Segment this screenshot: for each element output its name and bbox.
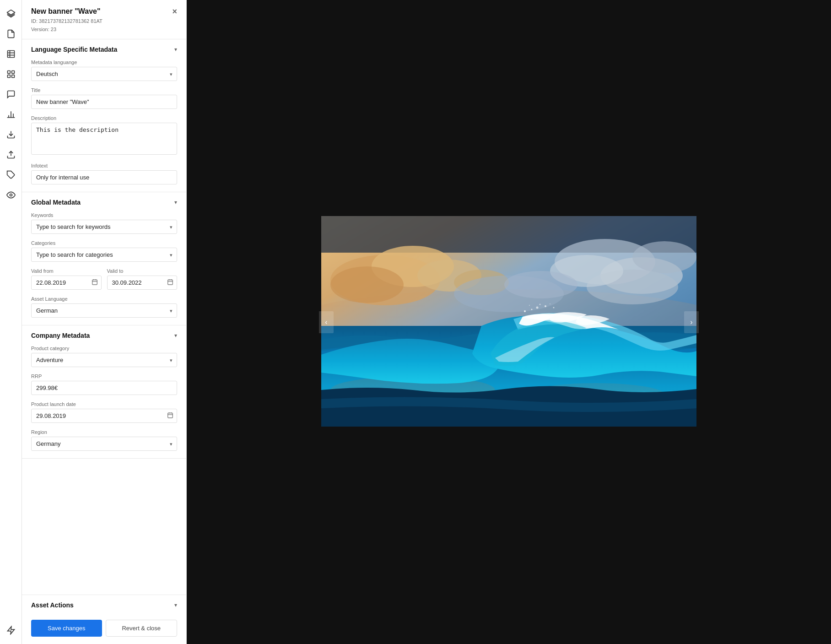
- company-metadata-body: Product category AdventureSportTravel ▾ …: [22, 346, 186, 458]
- svg-marker-17: [7, 627, 14, 634]
- global-metadata-toggle[interactable]: Global Metadata ▾: [22, 192, 186, 212]
- bolt-icon-button[interactable]: [3, 622, 19, 639]
- valid-from-field: Valid from: [31, 268, 102, 290]
- rrp-input[interactable]: [31, 381, 177, 395]
- valid-to-input[interactable]: [107, 276, 178, 290]
- panel-meta: ID: 382173782132781362 81AT Version: 23: [31, 17, 177, 33]
- categories-label: Categories: [31, 240, 177, 246]
- global-metadata-chevron: ▾: [174, 199, 177, 206]
- keywords-select[interactable]: Type to search for keywords: [31, 220, 177, 234]
- infotext-field: Infotext: [31, 163, 177, 184]
- language-metadata-section: Language Specific Metadata ▾ Metadata la…: [22, 39, 186, 192]
- title-input[interactable]: [31, 95, 177, 109]
- metadata-language-label: Metadata languange: [31, 60, 177, 65]
- description-field: Description This is the description: [31, 115, 177, 157]
- company-metadata-chevron: ▾: [174, 332, 177, 339]
- svg-point-49: [531, 308, 533, 310]
- svg-point-52: [553, 307, 555, 308]
- region-label: Region: [31, 429, 177, 435]
- product-launch-date-wrap: [31, 409, 177, 423]
- asset-version: Version: 23: [31, 27, 56, 32]
- side-panel: New banner "Wave" × ID: 3821737821327813…: [22, 0, 187, 644]
- metadata-language-select[interactable]: DeutschEnglishFrenchSpanish: [31, 67, 177, 81]
- categories-select-wrap: Type to search for categories ▾: [31, 248, 177, 262]
- rrp-field: RRP: [31, 373, 177, 395]
- svg-point-53: [529, 305, 530, 306]
- valid-to-label: Valid to: [107, 268, 178, 274]
- chart-icon-button[interactable]: [3, 106, 19, 123]
- asset-language-field: Asset Language GermanEnglishFrench ▾: [31, 296, 177, 318]
- language-metadata-body: Metadata languange DeutschEnglishFrenchS…: [22, 60, 186, 192]
- layers-icon-button[interactable]: [3, 5, 19, 22]
- keywords-select-wrap: Type to search for keywords ▾: [31, 220, 177, 234]
- eye-icon-button[interactable]: [3, 187, 19, 203]
- save-button[interactable]: Save changes: [31, 620, 102, 637]
- svg-point-51: [545, 305, 546, 307]
- valid-to-field: Valid to: [107, 268, 178, 296]
- svg-point-50: [536, 306, 539, 308]
- revert-button[interactable]: Revert & close: [106, 620, 178, 637]
- product-category-field: Product category AdventureSportTravel ▾: [31, 346, 177, 367]
- asset-id: ID: 382173782132781362 81AT: [31, 18, 103, 24]
- footer-buttons: Save changes Revert & close: [22, 615, 186, 644]
- metadata-language-field: Metadata languange DeutschEnglishFrenchS…: [31, 60, 177, 81]
- company-metadata-toggle[interactable]: Company Metadata ▾: [22, 325, 186, 346]
- categories-select[interactable]: Type to search for categories: [31, 248, 177, 262]
- svg-rect-6: [11, 71, 14, 74]
- valid-from-input[interactable]: [31, 276, 102, 290]
- panel-content: Language Specific Metadata ▾ Metadata la…: [22, 39, 186, 595]
- company-metadata-title: Company Metadata: [31, 332, 90, 339]
- svg-point-44: [504, 271, 577, 298]
- language-metadata-toggle[interactable]: Language Specific Metadata ▾: [22, 39, 186, 60]
- region-select-wrap: GermanyAustriaSwitzerland ▾: [31, 437, 177, 451]
- svg-rect-7: [7, 75, 10, 78]
- region-select[interactable]: GermanyAustriaSwitzerland: [31, 437, 177, 451]
- language-metadata-title: Language Specific Metadata: [31, 46, 117, 53]
- document-icon-button[interactable]: [3, 26, 19, 42]
- company-metadata-section: Company Metadata ▾ Product category Adve…: [22, 325, 186, 459]
- asset-actions-title: Asset Actions: [31, 601, 74, 609]
- global-metadata-title: Global Metadata: [31, 199, 81, 206]
- svg-point-40: [632, 241, 696, 273]
- product-category-select-wrap: AdventureSportTravel ▾: [31, 353, 177, 367]
- svg-point-35: [330, 266, 404, 303]
- keywords-field: Keywords Type to search for keywords ▾: [31, 212, 177, 234]
- asset-language-select[interactable]: GermanEnglishFrench: [31, 303, 177, 318]
- product-launch-date-input[interactable]: [31, 409, 177, 423]
- description-label: Description: [31, 115, 177, 121]
- asset-actions-toggle[interactable]: Asset Actions ▾: [22, 595, 186, 615]
- valid-dates-row: Valid from: [31, 268, 177, 296]
- panel-header: New banner "Wave" × ID: 3821737821327813…: [22, 0, 186, 39]
- next-arrow-button[interactable]: ›: [684, 311, 699, 333]
- svg-point-55: [550, 303, 550, 304]
- keywords-label: Keywords: [31, 212, 177, 218]
- download-icon-button[interactable]: [3, 126, 19, 143]
- main-content-area: ‹ ›: [187, 0, 831, 644]
- asset-actions-chevron: ▾: [174, 602, 177, 608]
- product-category-select[interactable]: AdventureSportTravel: [31, 353, 177, 367]
- svg-rect-5: [7, 71, 10, 74]
- prev-arrow-button[interactable]: ‹: [319, 311, 334, 333]
- product-launch-date-field: Product launch date: [31, 401, 177, 423]
- close-button[interactable]: ×: [172, 7, 177, 16]
- table-icon-button[interactable]: [3, 46, 19, 62]
- widget-icon-button[interactable]: [3, 66, 19, 82]
- global-metadata-body: Keywords Type to search for keywords ▾ C…: [22, 212, 186, 325]
- valid-to-wrap: [107, 276, 178, 290]
- panel-title-row: New banner "Wave" ×: [31, 7, 177, 16]
- panel-footer: Asset Actions ▾ Save changes Revert & cl…: [22, 595, 186, 644]
- description-textarea[interactable]: This is the description: [31, 123, 177, 155]
- icon-rail: [0, 0, 22, 644]
- infotext-input[interactable]: [31, 170, 177, 184]
- asset-language-label: Asset Language: [31, 296, 177, 302]
- global-metadata-section: Global Metadata ▾ Keywords Type to searc…: [22, 192, 186, 325]
- tag-icon-button[interactable]: [3, 167, 19, 183]
- upload-icon-button[interactable]: [3, 146, 19, 163]
- chat-icon-button[interactable]: [3, 86, 19, 103]
- metadata-language-select-wrap: DeutschEnglishFrenchSpanish ▾: [31, 67, 177, 81]
- svg-point-16: [10, 194, 12, 196]
- language-metadata-chevron: ▾: [174, 46, 177, 53]
- svg-rect-8: [11, 75, 14, 78]
- svg-point-54: [540, 303, 541, 305]
- valid-from-label: Valid from: [31, 268, 102, 274]
